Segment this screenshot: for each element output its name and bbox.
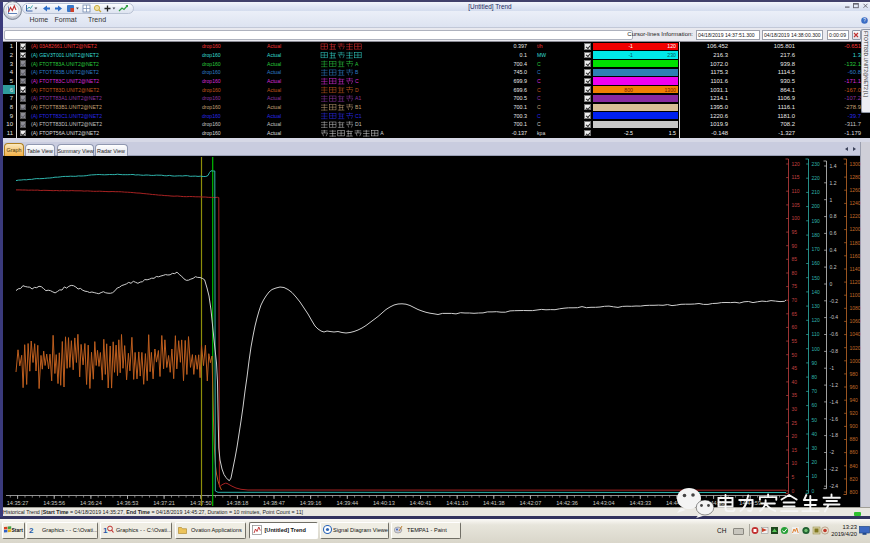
svg-text:?: ? (863, 18, 866, 23)
